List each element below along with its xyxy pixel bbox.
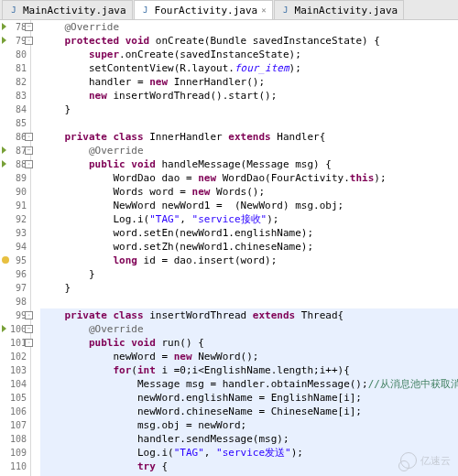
code-line[interactable]: long id = dao.insert(word); [40,254,458,267]
code-line[interactable]: Message msg = handler.obtainMessage();//… [40,377,458,391]
line-number: 81 [0,61,27,75]
code-line[interactable]: private class insertWordThread extends T… [40,308,458,322]
line-number: 84 [0,103,27,116]
code-line[interactable]: word.setEn(newWord1.englishName); [40,226,458,240]
line-number: 78− [0,20,27,34]
line-number: 87− [0,144,27,157]
fold-toggle-icon[interactable]: − [25,146,33,155]
fold-toggle-icon[interactable]: - [25,339,33,347]
line-number: 105 [0,391,27,405]
code-line[interactable]: newWord.chineseName = ChineseName[i]; [40,405,458,418]
code-line[interactable]: @Override [40,144,458,157]
code-line[interactable]: } [40,267,458,281]
code-line[interactable]: protected void onCreate(Bundle savedInst… [40,34,458,48]
code-line[interactable]: public void handleMessage(Message msg) { [40,157,458,171]
code-line[interactable]: NewWord newWord1 = (NewWord) msg.obj; [40,199,458,212]
cloud-logo-icon [400,452,417,469]
code-area[interactable]: @Override protected void onCreate(Bundle… [31,20,458,476]
watermark-text: 亿速云 [420,454,451,468]
line-number: 94 [0,240,27,254]
code-line[interactable]: @Override [40,20,458,34]
editor-area: 78−79-80818283848586-87−88-8990919293949… [0,20,458,476]
line-number: 85 [0,116,27,130]
fold-toggle-icon[interactable]: - [25,160,33,168]
code-line[interactable]: newWord = new NewWord(); [40,350,458,363]
code-line[interactable]: Log.i("TAG", "service发送"); [40,446,458,460]
override-marker-icon[interactable] [2,37,9,44]
line-number: 82 [0,75,27,89]
line-number: 99- [0,308,27,322]
code-line[interactable]: WordDao dao = new WordDao(FourActivity.t… [40,171,458,185]
tab-label: MainActivity.java [295,5,398,16]
line-number: 92 [0,212,27,226]
code-line[interactable]: word.setZh(newWord1.chineseName); [40,240,458,254]
override-marker-icon[interactable] [2,23,9,30]
line-gutter: 78−79-80818283848586-87−88-8990919293949… [0,20,31,476]
code-line[interactable]: public void run() { [40,336,458,350]
code-line[interactable]: super.onCreate(savedInstanceState); [40,48,458,61]
code-line[interactable]: try { [40,460,458,473]
java-file-icon: J [140,5,151,16]
editor-tab[interactable]: JFourActivity.java✕ [134,0,273,19]
code-line[interactable]: newWord.englishName = EnglishName[i]; [40,391,458,405]
line-number: 88- [0,157,27,171]
code-line[interactable]: Words word = new Words(); [40,185,458,199]
warning-bulb-icon[interactable] [2,256,9,264]
line-number: 89 [0,171,27,185]
code-line[interactable] [40,295,458,308]
line-number: 103 [0,363,27,377]
java-file-icon: J [8,5,19,16]
line-number: 96 [0,267,27,281]
watermark: 亿速云 [400,452,451,469]
line-number: 100− [0,322,27,336]
code-line[interactable]: for(int i =0;i<EnglishName.length;i++){ [40,363,458,377]
editor-tab[interactable]: JMainActivity.java [274,0,405,19]
fold-toggle-icon[interactable]: − [25,325,33,333]
line-number: 104 [0,377,27,391]
code-line[interactable]: handler.sendMessage(msg); [40,432,458,446]
java-file-icon: J [280,5,291,16]
override-marker-icon[interactable] [2,325,9,332]
line-number: 83 [0,89,27,103]
line-number: 91 [0,199,27,212]
code-line[interactable]: handler = new InnerHandler(); [40,75,458,89]
line-number: 108 [0,432,27,446]
line-number: 79- [0,34,27,48]
line-number: 95 [0,254,27,267]
line-number: 80 [0,48,27,61]
override-marker-icon[interactable] [2,160,9,168]
code-line[interactable]: private class InnerHandler extends Handl… [40,130,458,144]
fold-toggle-icon[interactable]: − [25,23,33,31]
code-line[interactable]: } [40,103,458,116]
code-line[interactable]: @Override [40,322,458,336]
override-marker-icon[interactable] [2,146,9,154]
line-number: 97 [0,281,27,295]
code-line[interactable]: setContentView(R.layout.four_item); [40,61,458,75]
line-number: 90 [0,185,27,199]
code-line[interactable]: } [40,281,458,295]
line-number: 102 [0,350,27,363]
fold-toggle-icon[interactable]: - [25,37,33,45]
line-number: 106 [0,405,27,418]
tab-label: FourActivity.java [155,5,258,16]
line-number: 101- [0,336,27,350]
fold-toggle-icon[interactable]: - [25,133,33,141]
line-number: 98 [0,295,27,308]
line-number: 110 [0,460,27,473]
tab-label: MainActivity.java [23,5,126,16]
line-number: 93 [0,226,27,240]
editor-tab[interactable]: JMainActivity.java [2,0,133,19]
code-line[interactable]: msg.obj = newWord; [40,418,458,432]
fold-toggle-icon[interactable]: - [25,311,33,319]
editor-tabs: JMainActivity.javaJFourActivity.java✕JMa… [0,0,458,20]
line-number: 86- [0,130,27,144]
line-number: 109 [0,446,27,460]
code-line[interactable] [40,116,458,130]
close-icon[interactable]: ✕ [261,5,266,15]
code-line[interactable]: new insertWordThread().start(); [40,89,458,103]
code-line[interactable]: Log.i("TAG", "service接收"); [40,212,458,226]
line-number: 107 [0,418,27,432]
